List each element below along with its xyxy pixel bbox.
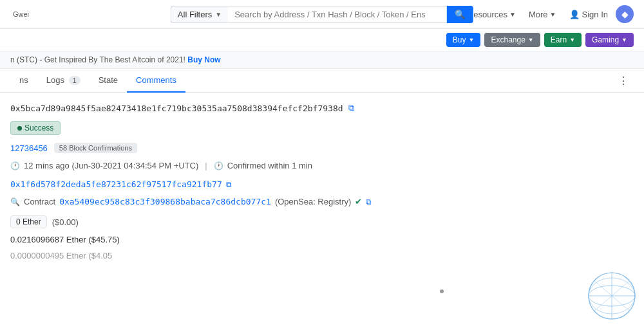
- exchange-button[interactable]: Exchange ▼: [484, 33, 540, 47]
- confirmations-badge: 58 Block Confirmations: [54, 143, 137, 153]
- buy-chevron-icon: ▼: [469, 37, 475, 43]
- contract-search-icon: 🔍: [10, 197, 20, 206]
- resources-chevron-icon: ▼: [509, 11, 516, 18]
- sign-in-button[interactable]: 👤 Sign In: [564, 7, 613, 22]
- value-row: 0 Ether ($0.00): [10, 215, 634, 228]
- logs-badge: 1: [69, 76, 80, 85]
- top-navbar: Gwei All Filters ▼ 🔍 Home Blockchain ▼ T…: [0, 0, 644, 29]
- tx-hash-row: 0x5bca7d89a9845f5ae82473418e1fc719bc3053…: [10, 103, 634, 113]
- filter-select[interactable]: All Filters ▼: [171, 6, 228, 23]
- chevron-down-icon: ▼: [215, 11, 222, 18]
- from-address-link[interactable]: 0x1f6d578f2deda5fe87231c62f97517fca921fb…: [10, 179, 222, 189]
- gaming-chevron-icon: ▼: [621, 37, 627, 43]
- time-ago-text: 12 mins ago (Jun-30-2021 04:34:54 PM +UT…: [24, 161, 198, 170]
- opensea-label: (OpenSea: Registry): [275, 197, 352, 206]
- fee-eth2-text: 0.0000000495 Ether ($4.05: [10, 251, 112, 260]
- verified-icon: ✔: [355, 197, 362, 206]
- filter-label: All Filters: [178, 10, 212, 19]
- transaction-content: 0x5bca7d89a9845f5ae82473418e1fc719bc3053…: [0, 93, 644, 260]
- block-row: 12736456 58 Block Confirmations: [10, 143, 634, 153]
- copy-hash-icon[interactable]: ⧉: [348, 103, 354, 113]
- value-eth-badge: 0 Ether: [10, 215, 47, 228]
- more-chevron-icon: ▼: [550, 11, 556, 18]
- globe-decoration: [586, 270, 638, 322]
- confirmed-within-text: Confirmed within 1 min: [227, 161, 312, 170]
- cursor: [440, 289, 444, 293]
- promo-banner: n (STC) - Get Inspired By The Best Altco…: [0, 51, 644, 69]
- banner-buy-link[interactable]: Buy Now: [187, 55, 220, 64]
- clock-icon: 🕐: [10, 161, 20, 170]
- exchange-chevron-icon: ▼: [528, 37, 534, 43]
- status-badge: Success: [10, 121, 61, 135]
- earn-chevron-icon: ▼: [569, 37, 575, 43]
- contract-label-text: Contract: [24, 197, 55, 206]
- tabs-bar: ns Logs 1 State Comments ⋮: [0, 69, 644, 93]
- more-options-icon: ⋮: [618, 75, 629, 86]
- from-address-row: 0x1f6d578f2deda5fe87231c62f97517fca921fb…: [10, 179, 634, 189]
- more-options-button[interactable]: ⋮: [613, 72, 634, 89]
- gwei-label: Gwei: [10, 9, 32, 19]
- search-icon: 🔍: [455, 10, 466, 19]
- time-row: 🕐 12 mins ago (Jun-30-2021 04:34:54 PM +…: [10, 161, 634, 170]
- contract-row: 🔍 Contract 0xa5409ec958c83c3f309868babac…: [10, 197, 634, 206]
- search-area: All Filters ▼ 🔍: [171, 6, 473, 23]
- tx-hash-value: 0x5bca7d89a9845f5ae82473418e1fc719bc3053…: [10, 104, 343, 113]
- status-dot-icon: [17, 126, 22, 131]
- copy-from-icon[interactable]: ⧉: [226, 180, 232, 189]
- user-icon: 👤: [569, 10, 580, 19]
- fee-row-2: 0.0000000495 Ether ($4.05: [10, 251, 634, 260]
- action-bar: Buy ▼ Exchange ▼ Earn ▼ Gaming ▼: [0, 29, 644, 51]
- fee-row: 0.0216096687 Ether ($45.75): [10, 235, 634, 244]
- earn-button[interactable]: Earn ▼: [544, 33, 582, 47]
- fee-eth-text: 0.0216096687 Ether ($45.75): [10, 235, 120, 244]
- nav-more[interactable]: More ▼: [524, 7, 562, 22]
- status-text: Success: [24, 123, 53, 132]
- tab-logs[interactable]: Logs 1: [37, 69, 90, 93]
- search-input[interactable]: [228, 6, 447, 23]
- gaming-button[interactable]: Gaming ▼: [585, 33, 634, 47]
- block-number-link[interactable]: 12736456: [10, 143, 48, 153]
- contract-address-link[interactable]: 0xa5409ec958c83c3f309868babaca7c86dcb077…: [59, 197, 271, 206]
- tab-state[interactable]: State: [90, 69, 127, 93]
- tab-ns[interactable]: ns: [10, 69, 37, 93]
- eth-logo: ◆: [616, 5, 634, 23]
- value-usd-text: ($0.00): [52, 217, 79, 227]
- buy-button[interactable]: Buy ▼: [446, 33, 481, 47]
- tab-comments[interactable]: Comments: [127, 69, 185, 93]
- tabs-right: ⋮: [613, 72, 634, 89]
- search-button[interactable]: 🔍: [447, 6, 473, 23]
- copy-contract-icon[interactable]: ⧉: [366, 197, 372, 206]
- confirm-clock-icon: 🕐: [214, 161, 223, 170]
